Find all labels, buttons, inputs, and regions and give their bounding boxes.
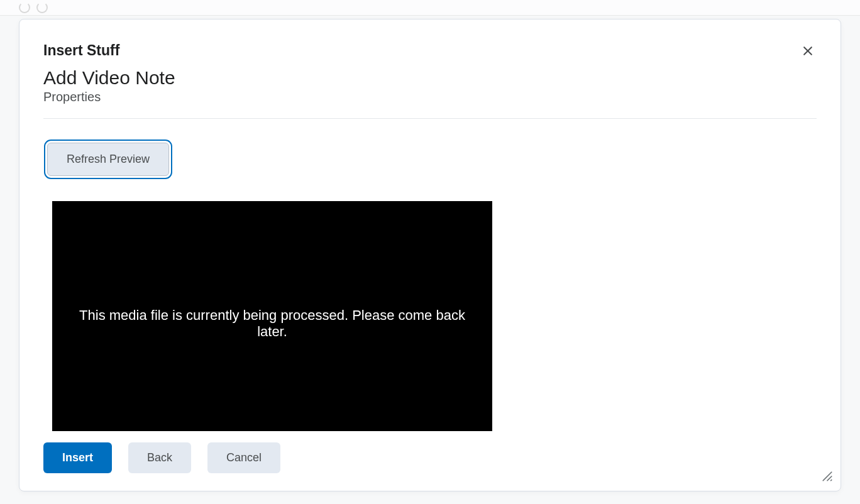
svg-line-2: [823, 472, 832, 481]
content-subtitle: Add Video Note: [43, 67, 817, 89]
video-preview-area: This media file is currently being proce…: [52, 201, 492, 431]
refresh-preview-button[interactable]: Refresh Preview: [47, 143, 169, 176]
dialog-content-scroll[interactable]: Add Video Note Properties Refresh Previe…: [43, 67, 822, 431]
dialog-header: Insert Stuff: [43, 42, 817, 60]
cancel-button[interactable]: Cancel: [207, 442, 280, 473]
close-button[interactable]: [799, 42, 817, 60]
dialog-footer: Insert Back Cancel: [43, 442, 817, 473]
insert-stuff-dialog: Insert Stuff Add Video Note Properties R…: [19, 19, 841, 491]
dialog-title: Insert Stuff: [43, 42, 119, 59]
insert-button[interactable]: Insert: [43, 442, 112, 473]
back-button[interactable]: Back: [128, 442, 191, 473]
bg-spinner-icon: [19, 2, 30, 13]
resize-handle[interactable]: [822, 471, 833, 485]
svg-line-4: [831, 480, 832, 481]
section-label: Properties: [43, 90, 817, 104]
bg-spinner-icon: [36, 2, 48, 13]
video-processing-message: This media file is currently being proce…: [65, 307, 480, 340]
divider: [43, 118, 817, 119]
background-toolbar: [0, 0, 860, 16]
close-icon: [802, 45, 814, 57]
resize-icon: [822, 471, 833, 482]
